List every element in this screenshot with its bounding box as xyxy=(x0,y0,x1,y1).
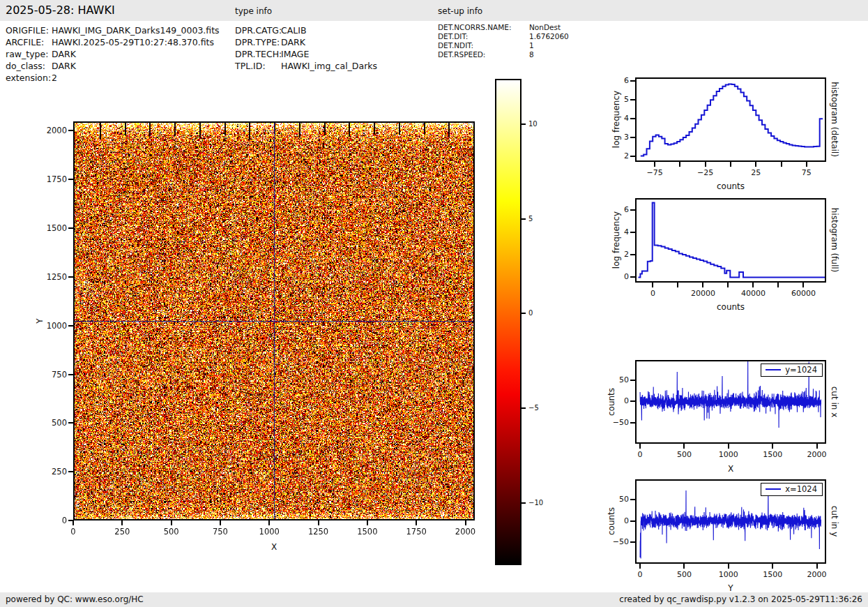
x-tick-label: 2000 xyxy=(796,570,838,579)
footer-right-text: created by qc_rawdisp.py v1.2.3 on 2025-… xyxy=(619,594,862,604)
info-value: HAWKI_IMG_DARK_Darks149_0003.fits xyxy=(52,24,220,36)
x-tick-mark xyxy=(816,444,818,449)
x-tick-label: 1500 xyxy=(353,527,381,537)
y-tick-label: 50 xyxy=(597,375,629,384)
hist-detail-xlabel: counts xyxy=(717,181,745,191)
info-value: 2 xyxy=(52,72,57,84)
y-tick-mark xyxy=(68,276,73,278)
info-value: 1 xyxy=(529,41,534,50)
x-tick-label: 25 xyxy=(735,168,777,177)
y-tick-label: 50 xyxy=(597,495,629,504)
x-tick-label: 1000 xyxy=(255,527,283,537)
x-tick-label: 40000 xyxy=(732,289,774,298)
footer-left-text: powered by QC: www.eso.org/HC xyxy=(6,594,144,604)
info-label: do_class: xyxy=(6,60,52,72)
cut-y-side-label: cut in y xyxy=(830,506,839,537)
info-row: DET.DIT:1.6762060 xyxy=(438,32,569,41)
info-label: extension: xyxy=(6,72,52,84)
page-title: 2025-05-28: HAWKI xyxy=(6,3,115,17)
info-value: 8 xyxy=(529,50,534,59)
y-tick-label: 0 xyxy=(597,396,629,405)
colorbar-tick-label: 5 xyxy=(528,215,533,223)
x-tick-mark xyxy=(654,162,655,167)
qc-report-page: 2025-05-28: HAWKI type info set-up info … xyxy=(0,0,868,607)
y-tick-mark xyxy=(68,422,73,424)
info-label: ORIGFILE: xyxy=(6,24,52,36)
y-tick-mark xyxy=(630,209,635,211)
main-x-axis-label: X xyxy=(271,542,277,552)
colorbar-gradient xyxy=(496,80,520,564)
info-label: DPR.TYPE: xyxy=(235,36,281,48)
file-info-block: ORIGFILE:HAWKI_IMG_DARK_Darks149_0003.fi… xyxy=(6,24,220,84)
info-row: do_class:DARK xyxy=(6,60,220,72)
y-tick-label: 2 xyxy=(597,250,629,259)
info-value: NonDest xyxy=(529,23,561,32)
legend-line-sample xyxy=(766,369,781,370)
y-tick-mark xyxy=(630,541,635,543)
info-label: DET.DIT: xyxy=(438,32,529,41)
y-tick-mark xyxy=(630,400,635,402)
x-tick-mark xyxy=(730,162,731,167)
y-tick-label: 250 xyxy=(35,467,67,477)
info-value: HAWKI.2025-05-29T10:27:48.370.fits xyxy=(52,36,214,48)
cut-x-side-label: cut in x xyxy=(830,387,839,418)
x-tick-mark xyxy=(755,162,756,167)
histogram-full-curve xyxy=(637,200,825,281)
y-tick-label: −50 xyxy=(597,418,629,427)
x-tick-mark xyxy=(73,520,74,525)
info-value: CALIB xyxy=(281,24,307,36)
colorbar xyxy=(495,79,521,565)
y-tick-label: 6 xyxy=(597,205,629,214)
x-tick-label: 60000 xyxy=(782,289,824,298)
info-label: raw_type: xyxy=(6,48,52,60)
y-tick-label: 1000 xyxy=(35,321,67,331)
x-tick-mark xyxy=(171,520,172,525)
info-row: TPL.ID:HAWKI_img_cal_Darks xyxy=(235,60,377,72)
x-tick-mark xyxy=(772,564,773,569)
x-tick-mark xyxy=(416,520,417,525)
x-tick-mark xyxy=(728,444,729,449)
y-tick-mark xyxy=(630,380,635,381)
y-tick-label: 0 xyxy=(597,516,629,525)
colorbar-tick-mark xyxy=(521,313,526,314)
x-tick-label: 2000 xyxy=(452,527,480,537)
footer-bar: powered by QC: www.eso.org/HC created by… xyxy=(0,592,868,607)
colorbar-tick-mark xyxy=(521,502,526,504)
x-tick-label: 1750 xyxy=(402,527,430,537)
y-tick-label: 1750 xyxy=(35,174,67,184)
x-tick-mark xyxy=(652,283,653,287)
type-info-heading: type info xyxy=(235,6,272,16)
x-tick-label: 20000 xyxy=(682,289,724,298)
x-tick-label: 0 xyxy=(632,289,673,298)
x-tick-label: 75 xyxy=(786,168,828,177)
x-tick-mark xyxy=(679,162,680,167)
x-tick-mark xyxy=(777,283,779,287)
info-label: TPL.ID: xyxy=(235,60,281,72)
hist-full-xlabel: counts xyxy=(717,302,745,312)
x-tick-mark xyxy=(677,283,678,287)
detector-noise-image xyxy=(75,123,473,519)
x-tick-mark xyxy=(465,520,466,525)
x-tick-mark xyxy=(752,283,754,287)
x-tick-label: 0 xyxy=(59,527,87,537)
colorbar-tick-label: 10 xyxy=(528,120,538,128)
x-tick-label: 1000 xyxy=(708,450,749,459)
legend-cut-y: x=1024 xyxy=(761,483,823,496)
x-tick-mark xyxy=(705,162,706,167)
y-tick-mark xyxy=(68,520,73,521)
x-tick-mark xyxy=(268,520,270,525)
y-tick-label: 0 xyxy=(35,516,67,525)
legend-label: y=1024 xyxy=(785,365,817,375)
colorbar-tick-label: −10 xyxy=(528,499,543,507)
info-row: extension:2 xyxy=(6,72,220,84)
y-tick-label: 6 xyxy=(597,76,629,85)
info-value: DARK xyxy=(52,48,76,60)
y-tick-label: 750 xyxy=(35,370,67,380)
x-tick-mark xyxy=(683,564,685,569)
x-tick-mark xyxy=(727,283,729,287)
x-tick-label: 500 xyxy=(663,450,705,459)
y-tick-mark xyxy=(630,80,635,82)
y-tick-label: 500 xyxy=(35,418,67,428)
x-tick-label: 1500 xyxy=(752,450,793,459)
y-tick-label: 1250 xyxy=(35,272,67,282)
